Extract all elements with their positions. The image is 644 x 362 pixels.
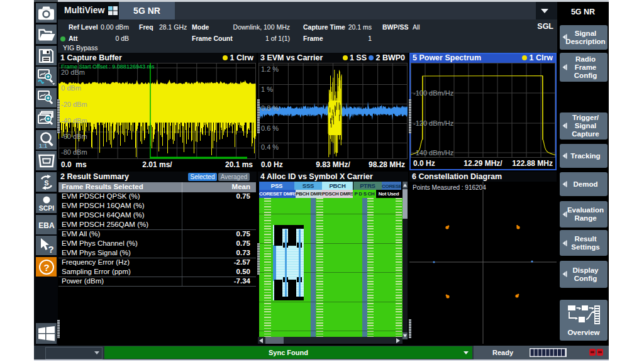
svg-text:1:1: 1:1 xyxy=(39,143,47,148)
svg-text:EBA: EBA xyxy=(38,221,55,230)
svg-text:?: ? xyxy=(43,261,49,272)
svg-text:?: ? xyxy=(48,244,53,254)
svg-text:S: S xyxy=(44,178,48,186)
svg-text:SCPI: SCPI xyxy=(38,204,54,212)
